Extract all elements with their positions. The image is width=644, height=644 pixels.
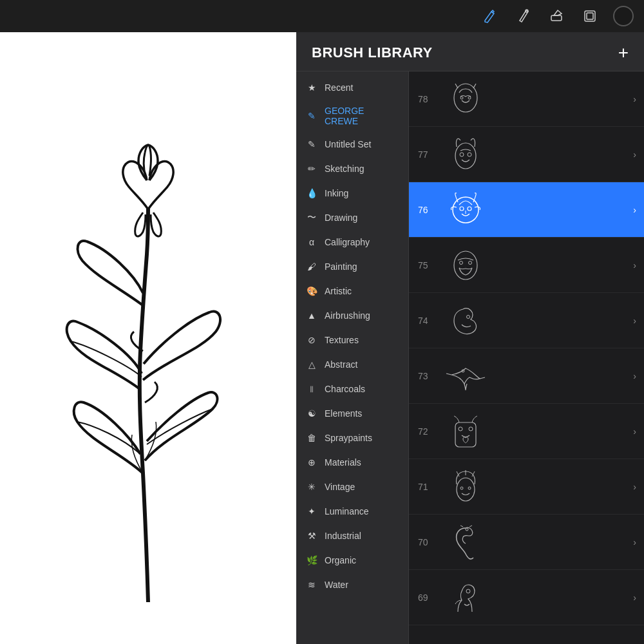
recent-label: Recent [325,82,399,93]
user-avatar-icon[interactable] [613,6,634,26]
brush-panel-body: ★Recent✎GEORGE CREWE✎Untitled Set✏Sketch… [296,71,644,644]
sidebar-item-elements[interactable]: ☯Elements [296,401,408,426]
add-brush-button[interactable]: + [618,44,629,62]
industrial-icon: ⚒ [305,529,318,542]
brush-item-75[interactable]: 75› [409,238,644,293]
george-crewe-icon: ✎ [305,109,318,122]
brush-item-71[interactable]: 71› [409,459,644,515]
layers-tool-icon[interactable] [580,6,600,26]
brush-chevron-71: › [633,482,636,492]
vintage-label: Vintage [325,482,399,492]
brush-number-74: 74 [418,316,436,326]
inking-label: Inking [325,188,399,198]
sidebar-item-vintage[interactable]: ✳Vintage [296,475,408,499]
brush-thumb-69 [444,576,488,620]
brush-chevron-74: › [633,316,636,326]
abstract-label: Abstract [325,359,399,370]
sketching-label: Sketching [325,164,399,174]
brush-library-panel: BRUSH LIBRARY + ★Recent✎GEORGE CREWE✎Unt… [296,32,644,644]
brush-item-77[interactable]: 77› [409,127,644,182]
brush-chevron-73: › [633,371,636,381]
calligraphy-label: Calligraphy [325,237,399,247]
brush-panel-title: BRUSH LIBRARY [312,44,433,61]
brush-item-76[interactable]: 76› [409,182,644,238]
sidebar-item-luminance[interactable]: ✦Luminance [296,499,408,524]
brush-thumb-73 [444,354,488,398]
elements-label: Elements [325,408,399,419]
sketching-icon: ✏ [305,162,318,175]
calligraphy-icon: α [305,236,318,249]
brush-number-75: 75 [418,260,436,270]
charcoals-label: Charcoals [325,384,399,394]
brush-thumb-78 [444,77,488,121]
brush-number-71: 71 [418,482,436,492]
sidebar-item-abstract[interactable]: △Abstract [296,352,408,377]
rose-illustration [39,74,258,602]
sidebar-item-airbrushing[interactable]: ▲Airbrushing [296,303,408,328]
sidebar-item-calligraphy[interactable]: αCalligraphy [296,230,408,254]
sidebar-item-painting[interactable]: 🖌Painting [296,254,408,279]
inking-icon: 💧 [305,187,318,200]
brush-number-70: 70 [418,537,436,547]
sidebar-item-textures[interactable]: ⊘Textures [296,328,408,352]
pen-tool-icon[interactable] [513,6,533,26]
sidebar-item-water[interactable]: ≋Water [296,573,408,597]
drawing-label: Drawing [325,213,399,223]
brush-chevron-77: › [633,149,636,160]
recent-icon: ★ [305,81,318,94]
airbrushing-label: Airbrushing [325,310,399,321]
sidebar-item-inking[interactable]: 💧Inking [296,181,408,205]
brush-thumb-70 [444,520,488,564]
svg-rect-1 [551,15,562,21]
sidebar-item-spraypaints[interactable]: 🗑Spraypaints [296,426,408,450]
elements-icon: ☯ [305,407,318,420]
drawing-icon: 〜 [305,211,318,224]
brush-number-73: 73 [418,371,436,381]
artistic-icon: 🎨 [305,285,318,298]
sidebar-item-materials[interactable]: ⊕Materials [296,450,408,475]
brush-number-78: 78 [418,94,436,104]
svg-rect-3 [587,13,593,19]
brush-item-72[interactable]: 72› [409,404,644,459]
brush-number-72: 72 [418,426,436,437]
brush-sidebar: ★Recent✎GEORGE CREWE✎Untitled Set✏Sketch… [296,71,409,644]
sidebar-item-sketching[interactable]: ✏Sketching [296,156,408,181]
eraser-tool-icon[interactable] [546,6,567,26]
sidebar-item-recent[interactable]: ★Recent [296,75,408,100]
brush-thumb-76 [444,188,488,232]
luminance-icon: ✦ [305,505,318,518]
sidebar-item-untitled-set[interactable]: ✎Untitled Set [296,132,408,156]
organic-label: Organic [325,555,399,565]
brush-item-70[interactable]: 70› [409,515,644,570]
spraypaints-label: Spraypaints [325,433,399,443]
sidebar-item-drawing[interactable]: 〜Drawing [296,205,408,230]
brush-thumb-74 [444,299,488,343]
brush-chevron-70: › [633,537,636,547]
spraypaints-icon: 🗑 [305,431,318,444]
brush-chevron-69: › [633,592,636,603]
brush-thumb-71 [444,465,488,509]
vintage-icon: ✳ [305,480,318,493]
airbrushing-icon: ▲ [305,309,318,322]
materials-icon: ⊕ [305,456,318,469]
sidebar-item-artistic[interactable]: 🎨Artistic [296,279,408,303]
brush-item-74[interactable]: 74› [409,293,644,348]
brush-number-77: 77 [418,149,436,160]
sidebar-item-charcoals[interactable]: ⦀Charcoals [296,377,408,401]
sidebar-item-industrial[interactable]: ⚒Industrial [296,524,408,548]
artistic-label: Artistic [325,286,399,296]
sidebar-item-organic[interactable]: 🌿Organic [296,548,408,573]
pencil-tool-icon[interactable] [479,6,500,26]
brush-item-73[interactable]: 73› [409,348,644,404]
painting-icon: 🖌 [305,260,318,273]
painting-label: Painting [325,261,399,272]
brush-list: 78›77›76›75›74›73›72›71›70›69› [409,71,644,644]
untitled-set-icon: ✎ [305,138,318,151]
canvas-area[interactable] [0,32,296,644]
charcoals-icon: ⦀ [305,383,318,395]
brush-item-69[interactable]: 69› [409,570,644,625]
sidebar-item-george-crewe[interactable]: ✎GEORGE CREWE [296,100,408,132]
brush-chevron-76: › [633,205,636,215]
brush-item-78[interactable]: 78› [409,71,644,127]
brush-number-76: 76 [418,205,436,215]
